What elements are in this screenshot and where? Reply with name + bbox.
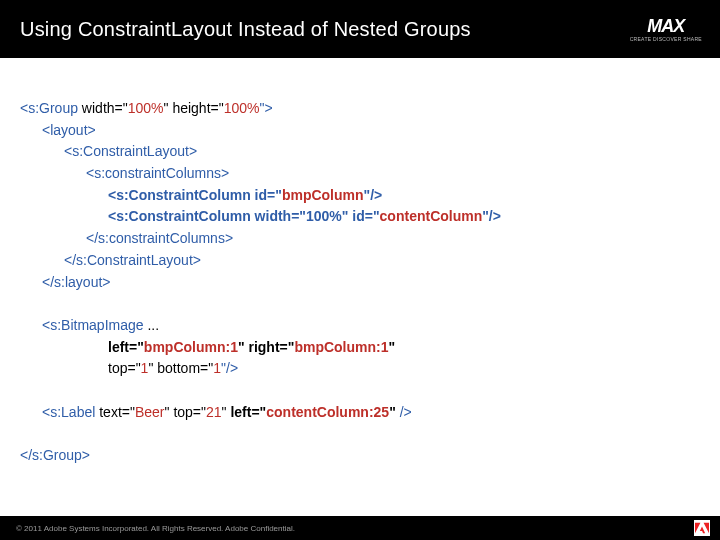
code-line: </s:Group> [20,445,700,467]
max-logo: MAX CREATE DISCOVER SHARE [630,17,702,42]
code-line: <s:ConstraintColumn width="100%" id="con… [20,206,700,228]
slide-header: Using ConstraintLayout Instead of Nested… [0,0,720,58]
blank-line [20,380,700,402]
adobe-logo-icon [694,520,710,536]
max-logo-text: MAX [647,17,684,35]
blank-line [20,423,700,445]
code-line: <layout> [20,120,700,142]
code-line: <s:Label text="Beer" top="21" left="cont… [20,402,700,424]
code-line: <s:ConstraintColumn id="bmpColumn"/> [20,185,700,207]
code-block: <s:Group width="100%" height="100%"> <la… [0,58,720,467]
code-line: <s:BitmapImage ... [20,315,700,337]
code-line: <s:constraintColumns> [20,163,700,185]
slide-footer: © 2011 Adobe Systems Incorporated. All R… [0,516,720,540]
copyright-text: © 2011 Adobe Systems Incorporated. All R… [16,524,295,533]
blank-line [20,293,700,315]
code-line: <s:Group width="100%" height="100%"> [20,98,700,120]
code-line: <s:ConstraintLayout> [20,141,700,163]
code-line: left="bmpColumn:1" right="bmpColumn:1" [20,337,700,359]
code-line: </s:layout> [20,272,700,294]
code-line: </s:ConstraintLayout> [20,250,700,272]
max-logo-tagline: CREATE DISCOVER SHARE [630,36,702,42]
code-line: </s:constraintColumns> [20,228,700,250]
code-line: top="1" bottom="1"/> [20,358,700,380]
slide-title: Using ConstraintLayout Instead of Nested… [20,18,471,41]
